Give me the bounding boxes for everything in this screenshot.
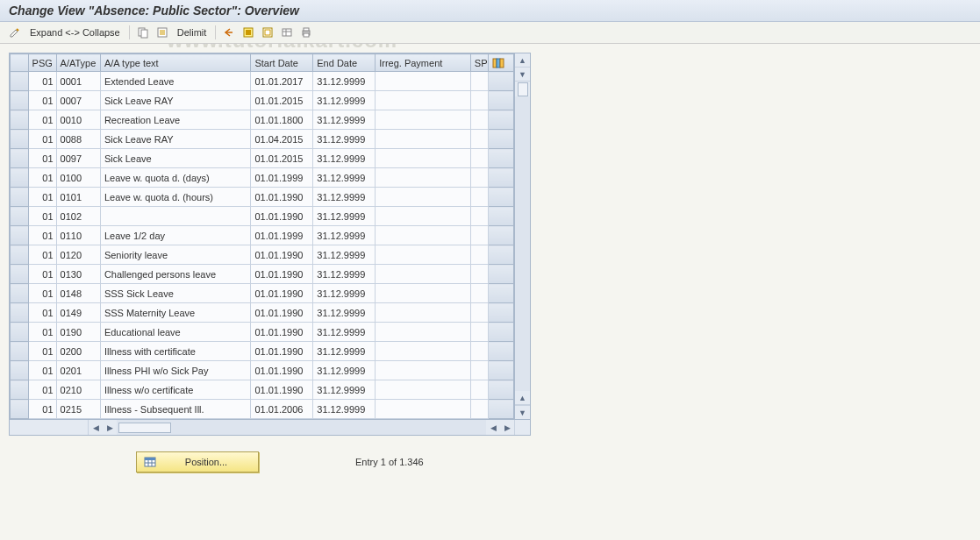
cell-sp[interactable]: [470, 207, 489, 226]
hscroll-thumb[interactable]: [118, 423, 171, 433]
deselect-all-icon[interactable]: [260, 25, 275, 40]
position-button[interactable]: Position...: [136, 451, 259, 472]
cell-aatype[interactable]: 0210: [56, 380, 100, 400]
row-selector[interactable]: [11, 168, 29, 188]
cell-start[interactable]: 01.01.1990: [251, 207, 313, 226]
change-icon[interactable]: [7, 25, 23, 40]
cell-end[interactable]: 31.12.9999: [313, 361, 376, 380]
expand-collapse-button[interactable]: Expand <-> Collapse: [26, 27, 124, 38]
table-row[interactable]: 010120Seniority leave01.01.199031.12.999…: [11, 245, 514, 265]
table-row[interactable]: 010190Educational leave01.01.199031.12.9…: [11, 323, 514, 342]
cell-start[interactable]: 01.01.1990: [251, 380, 313, 400]
cell-text[interactable]: Extended Leave: [100, 72, 251, 91]
cell-end[interactable]: 31.12.9999: [313, 245, 376, 265]
row-selector[interactable]: [11, 130, 29, 149]
cell-text[interactable]: Illness w/o certificate: [100, 380, 251, 400]
cell-aatype[interactable]: 0149: [56, 303, 100, 323]
cell-irreg[interactable]: [376, 380, 471, 400]
cell-text[interactable]: Educational leave: [100, 323, 251, 342]
table-row[interactable]: 010210Illness w/o certificate01.01.19903…: [11, 380, 514, 400]
cell-psg[interactable]: 01: [28, 188, 56, 207]
cell-start[interactable]: 01.01.1990: [251, 323, 313, 342]
cell-irreg[interactable]: [376, 168, 471, 188]
cell-irreg[interactable]: [376, 226, 471, 245]
cell-aatype[interactable]: 0200: [56, 342, 100, 361]
cell-text[interactable]: Leave w. quota d. (hours): [100, 188, 251, 207]
col-end-header[interactable]: End Date: [313, 54, 376, 72]
col-sp-header[interactable]: SP: [470, 54, 489, 72]
cell-end[interactable]: 31.12.9999: [313, 110, 376, 130]
cell-sp[interactable]: [470, 361, 489, 380]
table-row[interactable]: 010097Sick Leave01.01.201531.12.9999: [11, 149, 514, 168]
cell-psg[interactable]: 01: [28, 149, 56, 168]
cell-aatype[interactable]: 0110: [56, 226, 100, 245]
cell-aatype[interactable]: 0097: [56, 149, 100, 168]
cell-end[interactable]: 31.12.9999: [313, 342, 376, 361]
undo-icon[interactable]: [221, 25, 237, 40]
cell-end[interactable]: 31.12.9999: [313, 130, 376, 149]
cell-psg[interactable]: 01: [28, 130, 56, 149]
cell-end[interactable]: 31.12.9999: [313, 226, 376, 245]
cell-sp[interactable]: [470, 265, 489, 284]
cell-aatype[interactable]: 0010: [56, 110, 100, 130]
row-selector[interactable]: [11, 226, 29, 245]
cell-start[interactable]: 01.01.1990: [251, 284, 313, 303]
cell-start[interactable]: 01.04.2015: [251, 130, 313, 149]
cell-text[interactable]: Illness - Subsequent Ill.: [100, 400, 251, 419]
cell-irreg[interactable]: [376, 110, 471, 130]
cell-end[interactable]: 31.12.9999: [313, 72, 376, 91]
cell-text[interactable]: Sick Leave RAY: [100, 91, 251, 110]
cell-start[interactable]: 01.01.1990: [251, 265, 313, 284]
cell-sp[interactable]: [470, 130, 489, 149]
row-selector[interactable]: [11, 72, 29, 91]
row-selector[interactable]: [11, 303, 29, 323]
cell-psg[interactable]: 01: [28, 245, 56, 265]
table-row[interactable]: 010201Illness PHI w/o Sick Pay01.01.1990…: [11, 361, 514, 380]
cell-psg[interactable]: 01: [28, 400, 56, 419]
cell-aatype[interactable]: 0088: [56, 130, 100, 149]
table-row[interactable]: 010215Illness - Subsequent Ill.01.01.200…: [11, 400, 514, 419]
cell-end[interactable]: 31.12.9999: [313, 207, 376, 226]
cell-text[interactable]: Sick Leave RAY: [100, 130, 251, 149]
cell-irreg[interactable]: [376, 207, 471, 226]
cell-sp[interactable]: [470, 110, 489, 130]
scroll-down2-icon[interactable]: ▼: [515, 405, 530, 419]
row-selector[interactable]: [11, 110, 29, 130]
table-row[interactable]: 01010201.01.199031.12.9999: [11, 207, 514, 226]
cell-aatype[interactable]: 0215: [56, 400, 100, 419]
cell-sp[interactable]: [470, 380, 489, 400]
cell-psg[interactable]: 01: [28, 380, 56, 400]
cell-text[interactable]: Challenged persons leave: [100, 265, 251, 284]
table-row[interactable]: 010200Illness with certificate01.01.1990…: [11, 342, 514, 361]
cell-aatype[interactable]: 0201: [56, 361, 100, 380]
vertical-scrollbar[interactable]: ▲ ▼ ▲ ▼: [514, 53, 530, 419]
cell-end[interactable]: 31.12.9999: [313, 400, 376, 419]
cell-aatype[interactable]: 0190: [56, 323, 100, 342]
scroll-right-icon[interactable]: ▶: [103, 420, 117, 435]
col-start-header[interactable]: Start Date: [251, 54, 313, 72]
row-selector[interactable]: [11, 265, 29, 284]
scroll-up-icon[interactable]: ▲: [515, 53, 530, 68]
cell-text[interactable]: Leave w. quota d. (days): [100, 168, 251, 188]
cell-aatype[interactable]: 0148: [56, 284, 100, 303]
cell-sp[interactable]: [470, 323, 489, 342]
scroll-right2-icon[interactable]: ▶: [500, 420, 514, 435]
cell-irreg[interactable]: [376, 91, 471, 110]
row-selector[interactable]: [11, 245, 29, 265]
cell-sp[interactable]: [470, 168, 489, 188]
cell-end[interactable]: 31.12.9999: [313, 303, 376, 323]
cell-sp[interactable]: [470, 400, 489, 419]
row-selector[interactable]: [11, 400, 29, 419]
cell-end[interactable]: 31.12.9999: [313, 265, 376, 284]
cell-sp[interactable]: [470, 72, 489, 91]
row-selector[interactable]: [11, 284, 29, 303]
cell-psg[interactable]: 01: [28, 323, 56, 342]
cell-sp[interactable]: [470, 303, 489, 323]
cell-start[interactable]: 01.01.1990: [251, 342, 313, 361]
cell-start[interactable]: 01.01.1990: [251, 188, 313, 207]
cell-start[interactable]: 01.01.1990: [251, 361, 313, 380]
cell-sp[interactable]: [470, 245, 489, 265]
row-selector[interactable]: [11, 149, 29, 168]
table-row[interactable]: 010149SSS Maternity Leave01.01.199031.12…: [11, 303, 514, 323]
cell-sp[interactable]: [470, 91, 489, 110]
